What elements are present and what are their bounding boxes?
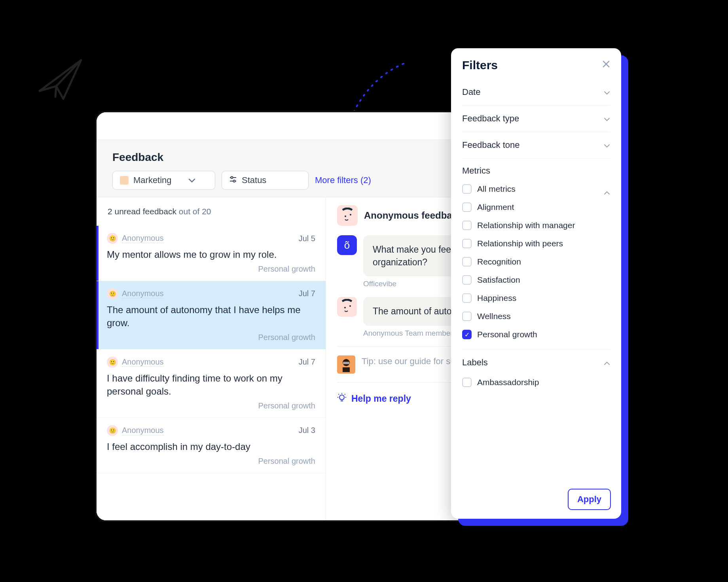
more-filters-link[interactable]: More filters (2) bbox=[315, 175, 371, 185]
filter-section-label: Date bbox=[462, 87, 480, 97]
svg-rect-4 bbox=[339, 208, 355, 223]
checkbox-label: Recognition bbox=[477, 257, 521, 266]
officevibe-avatar: õ bbox=[337, 235, 357, 255]
feedback-text: The amount of autonomy that I have helps… bbox=[107, 303, 315, 330]
filter-section-tone[interactable]: Feedback tone bbox=[462, 132, 610, 159]
filter-section-metrics: Metrics All metricsAlignmentRelationship… bbox=[462, 159, 610, 350]
checkbox-label: Wellness bbox=[477, 312, 511, 321]
metric-option[interactable]: Wellness bbox=[462, 307, 610, 325]
help-me-reply-label: Help me reply bbox=[351, 393, 411, 404]
svg-point-14 bbox=[339, 395, 344, 400]
unread-count: 2 unread feedback bbox=[108, 207, 176, 216]
date-label: Jul 5 bbox=[299, 234, 315, 243]
checkbox[interactable]: ✓ bbox=[462, 330, 472, 339]
filters-panel: Filters Date Feedback type Feedback tone… bbox=[451, 48, 621, 519]
unread-total: out of 20 bbox=[179, 207, 211, 216]
status-label: Status bbox=[242, 175, 266, 185]
feedback-tag: Personal growth bbox=[107, 265, 315, 274]
chevron-down-icon bbox=[604, 113, 610, 124]
svg-rect-12 bbox=[343, 367, 350, 372]
avatar bbox=[337, 205, 358, 226]
metrics-title: Metrics bbox=[462, 166, 610, 176]
lightbulb-icon bbox=[337, 393, 347, 405]
metric-option[interactable]: Recognition bbox=[462, 253, 610, 271]
filter-section-date[interactable]: Date bbox=[462, 79, 610, 106]
svg-point-6 bbox=[350, 214, 351, 215]
checkbox-label: Satisfaction bbox=[477, 275, 520, 285]
unread-summary: 2 unread feedback out of 20 bbox=[97, 197, 326, 226]
svg-line-19 bbox=[339, 394, 339, 395]
paper-plane-icon bbox=[36, 55, 87, 103]
feedback-text: I feel accomplish in my day-to-day bbox=[107, 440, 315, 454]
status-filter[interactable]: Status bbox=[222, 171, 309, 190]
svg-point-3 bbox=[233, 180, 235, 182]
author-label: Anonymous bbox=[122, 234, 164, 243]
feedback-text: I have difficulty finding time to work o… bbox=[107, 372, 315, 398]
checkbox[interactable] bbox=[462, 378, 472, 387]
checkbox[interactable] bbox=[462, 202, 472, 212]
checkbox[interactable] bbox=[462, 239, 472, 248]
checkbox[interactable] bbox=[462, 184, 472, 194]
checkbox-label: Relationship with manager bbox=[477, 221, 575, 230]
metric-option[interactable]: Relationship with manager bbox=[462, 216, 610, 234]
list-item[interactable]: 🙂 Anonymous Jul 7 I have difficulty find… bbox=[97, 350, 326, 418]
date-label: Jul 7 bbox=[299, 357, 315, 367]
avatar: 🙂 bbox=[107, 233, 118, 244]
checkbox-label: Relationship with peers bbox=[477, 239, 563, 248]
filter-section-label: Feedback type bbox=[462, 113, 519, 124]
sliders-icon bbox=[229, 175, 237, 185]
avatar: 🙂 bbox=[107, 357, 118, 368]
detail-title: Anonymous feedback bbox=[364, 210, 463, 221]
checkbox[interactable] bbox=[462, 257, 472, 266]
category-dropdown[interactable]: Marketing bbox=[112, 171, 215, 190]
metric-option[interactable]: Alignment bbox=[462, 198, 610, 216]
svg-point-1 bbox=[231, 177, 233, 179]
svg-point-9 bbox=[349, 305, 351, 307]
label-option[interactable]: Ambassadorship bbox=[462, 373, 610, 391]
chevron-up-icon[interactable] bbox=[604, 189, 610, 197]
category-label: Marketing bbox=[133, 175, 172, 185]
svg-point-5 bbox=[345, 215, 346, 217]
feedback-list: 2 unread feedback out of 20 🙂 Anonymous … bbox=[97, 197, 326, 520]
list-item[interactable]: 🙂 Anonymous Jul 3 I feel accomplish in m… bbox=[97, 418, 326, 473]
filters-title: Filters bbox=[462, 59, 498, 72]
metric-option[interactable]: ✓Personal growth bbox=[462, 325, 610, 344]
feedback-text: My mentor allows me to grow in my role. bbox=[107, 248, 315, 261]
chevron-down-icon bbox=[188, 175, 195, 185]
labels-title: Labels bbox=[462, 357, 488, 368]
checkbox[interactable] bbox=[462, 221, 472, 230]
svg-point-8 bbox=[344, 307, 346, 308]
checkbox-label: Ambassadorship bbox=[477, 378, 539, 387]
metric-option[interactable]: All metrics bbox=[462, 180, 604, 198]
date-label: Jul 7 bbox=[299, 289, 315, 298]
avatar: 🙂 bbox=[107, 288, 118, 299]
date-label: Jul 3 bbox=[299, 426, 315, 435]
list-item[interactable]: 🙂 Anonymous Jul 7 The amount of autonomy… bbox=[97, 281, 326, 350]
svg-rect-7 bbox=[339, 299, 355, 315]
avatar bbox=[337, 297, 357, 317]
feedback-tag: Personal growth bbox=[107, 333, 315, 342]
chevron-down-icon bbox=[604, 140, 610, 150]
svg-line-20 bbox=[345, 394, 345, 395]
metric-option[interactable]: Relationship with peers bbox=[462, 234, 610, 253]
avatar: 🙂 bbox=[107, 425, 118, 436]
list-item[interactable]: 🙂 Anonymous Jul 5 My mentor allows me to… bbox=[97, 226, 326, 281]
chevron-up-icon[interactable] bbox=[604, 357, 610, 368]
coach-avatar bbox=[337, 355, 355, 374]
checkbox-label: All metrics bbox=[477, 184, 516, 194]
filter-section-type[interactable]: Feedback type bbox=[462, 106, 610, 132]
feedback-tag: Personal growth bbox=[107, 457, 315, 466]
close-icon[interactable] bbox=[602, 60, 610, 70]
checkbox[interactable] bbox=[462, 312, 472, 321]
filter-section-label: Feedback tone bbox=[462, 140, 520, 150]
metric-option[interactable]: Satisfaction bbox=[462, 271, 610, 289]
checkbox-label: Happiness bbox=[477, 293, 516, 303]
metric-option[interactable]: Happiness bbox=[462, 289, 610, 307]
author-label: Anonymous bbox=[122, 357, 164, 367]
checkbox[interactable] bbox=[462, 275, 472, 285]
feedback-tag: Personal growth bbox=[107, 401, 315, 410]
checkbox[interactable] bbox=[462, 293, 472, 303]
checkbox-label: Alignment bbox=[477, 202, 514, 212]
apply-button[interactable]: Apply bbox=[568, 489, 611, 510]
author-label: Anonymous bbox=[122, 289, 164, 299]
